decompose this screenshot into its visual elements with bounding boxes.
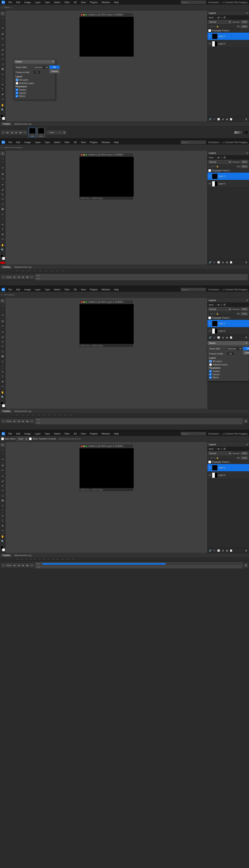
position-check-3[interactable] bbox=[209, 370, 212, 372]
tween-with-select-3[interactable]: Selection First Frame Last Frame bbox=[227, 347, 242, 350]
tool-move-1[interactable]: ↖ bbox=[0, 11, 5, 16]
timeline-layer-row-3-1[interactable]: Layer 1 bbox=[35, 418, 243, 421]
menu-type-3[interactable]: Type bbox=[44, 288, 51, 291]
menu-window-1[interactable]: Window bbox=[101, 1, 111, 4]
timeline-layer-row-2-1[interactable]: Layer 1 bbox=[35, 274, 248, 277]
filter-shape-icon-2[interactable]: ▭ bbox=[221, 156, 223, 159]
tool-eraser-3[interactable]: ◻ bbox=[0, 349, 5, 354]
opacity-input-3[interactable] bbox=[241, 308, 248, 311]
tool-eyedropper-1[interactable]: ✏ bbox=[0, 36, 5, 41]
tool-gradient-4[interactable]: ▦ bbox=[0, 498, 5, 503]
layer-item-1-4[interactable]: 👁 Layer 1 bbox=[208, 464, 249, 471]
adjustment-layer-btn-4[interactable]: ◑ bbox=[221, 549, 224, 553]
tl-menu-btn-3[interactable]: ≡ bbox=[1, 419, 5, 423]
tl-menu-btn-2[interactable]: ≡ bbox=[1, 275, 5, 279]
tool-clone-4[interactable]: ⎘ bbox=[0, 484, 5, 488]
menu-plugins-2[interactable]: Plugins bbox=[89, 141, 98, 144]
tool-colors-1[interactable] bbox=[0, 115, 5, 120]
tool-magic-wand-1[interactable]: ✦ bbox=[0, 26, 5, 30]
menu-file-3[interactable]: File bbox=[7, 288, 13, 291]
tween-ok-btn-1[interactable]: OK bbox=[49, 65, 60, 69]
frames-add-input-3[interactable] bbox=[227, 352, 234, 355]
tool-spot-heal-1[interactable]: ✦ bbox=[0, 42, 5, 47]
tool-text-3[interactable]: T bbox=[0, 374, 5, 379]
opacity-input-4[interactable] bbox=[241, 452, 248, 455]
tool-lasso-3[interactable]: ⌒ bbox=[0, 308, 5, 313]
tool-shape-4[interactable]: ▭ bbox=[0, 528, 5, 533]
tl-prev-btn-3[interactable]: ◀ bbox=[17, 419, 21, 423]
tool-crop-1[interactable]: ⊞ bbox=[0, 32, 5, 36]
menu-layer-2[interactable]: Layer bbox=[34, 141, 41, 144]
eye-icon-2-4[interactable]: 👁 bbox=[208, 474, 211, 477]
tool-crop-3[interactable]: ⊞ bbox=[0, 319, 5, 323]
tool-text-4[interactable]: T bbox=[0, 519, 5, 523]
new-layer-btn-1[interactable]: 📄 bbox=[229, 117, 233, 121]
opacity-check-1[interactable] bbox=[15, 92, 18, 94]
timeline-tab-timeline-4[interactable]: Timeline bbox=[1, 554, 11, 557]
lock-image-icon-4[interactable]: 🖌 bbox=[211, 457, 213, 459]
eye-icon-1-4[interactable]: 👁 bbox=[208, 466, 211, 469]
tool-dodge-3[interactable]: ○ bbox=[0, 364, 5, 368]
menu-layer-1[interactable]: Layer bbox=[34, 1, 41, 4]
lock-transparent-icon-1[interactable]: ⬚ bbox=[208, 26, 210, 28]
menu-filter-1[interactable]: Filter bbox=[64, 1, 70, 4]
tween-btn-1[interactable]: Tween bbox=[46, 130, 57, 134]
layer-item-2-4[interactable]: 👁 Layer 0 bbox=[208, 471, 249, 479]
menu-help-4[interactable]: Help bbox=[113, 432, 120, 435]
layer-mask-btn-3[interactable]: ⬜ bbox=[217, 336, 220, 339]
tool-eraser-2[interactable]: ◻ bbox=[0, 202, 5, 207]
adjustment-layer-btn-3[interactable]: ◑ bbox=[221, 336, 224, 339]
adjustment-layer-btn-1[interactable]: ◑ bbox=[221, 117, 224, 121]
swatch-3-1[interactable] bbox=[240, 131, 242, 134]
tween-cancel-btn-1[interactable]: Cancel bbox=[49, 69, 60, 73]
link-layers-btn-1[interactable]: 🔗 bbox=[208, 117, 212, 121]
timeline-tab-measurement-3[interactable]: Measurement Log bbox=[13, 410, 33, 413]
menu-filter-2[interactable]: Filter bbox=[64, 141, 70, 144]
menu-layer-4[interactable]: Layer bbox=[34, 432, 41, 435]
show-transform-check-4[interactable] bbox=[29, 437, 32, 440]
tool-history-1[interactable]: ↶ bbox=[0, 57, 5, 62]
tool-pen-2[interactable]: ✒ bbox=[0, 222, 5, 227]
tool-hand-3[interactable]: ✋ bbox=[0, 390, 5, 395]
tool-move-4[interactable]: ↖ bbox=[0, 443, 5, 447]
filter-smart-icon-4[interactable]: 🎬 bbox=[223, 448, 226, 450]
opacity-input-2[interactable] bbox=[241, 160, 248, 163]
tl-prev-btn-1[interactable]: ◀ bbox=[10, 130, 14, 134]
tool-colors-3[interactable] bbox=[0, 402, 5, 407]
search-input-2[interactable] bbox=[181, 141, 206, 144]
tool-path-select-3[interactable]: ◈ bbox=[0, 379, 5, 384]
blend-mode-select-3[interactable]: Normal bbox=[208, 307, 232, 311]
tool-magic-wand-4[interactable]: ✦ bbox=[0, 457, 5, 462]
menu-file-4[interactable]: File bbox=[7, 432, 13, 435]
tool-shape-3[interactable]: ▭ bbox=[0, 384, 5, 389]
tool-move-3[interactable]: ↖ bbox=[0, 299, 5, 303]
tween-close-1[interactable]: ✕ bbox=[52, 60, 54, 63]
dot-red-3[interactable] bbox=[81, 301, 82, 303]
menu-filter-4[interactable]: Filter bbox=[64, 432, 70, 435]
tool-shape-2[interactable]: ▭ bbox=[0, 237, 5, 241]
tool-blur-2[interactable]: △ bbox=[0, 211, 5, 216]
menu-image-1[interactable]: Image bbox=[24, 1, 32, 4]
eye-icon-2-1[interactable]: 👁 bbox=[208, 42, 211, 45]
group-layers-btn-3[interactable]: ▣ bbox=[225, 336, 229, 339]
tool-pen-4[interactable]: ✒ bbox=[0, 514, 5, 518]
tool-gradient-3[interactable]: ▦ bbox=[0, 354, 5, 359]
tool-path-select-1[interactable]: ◈ bbox=[0, 92, 5, 96]
tool-hand-4[interactable]: ✋ bbox=[0, 534, 5, 539]
auto-select-check-4[interactable] bbox=[1, 437, 4, 440]
tool-dodge-2[interactable]: ○ bbox=[0, 216, 5, 221]
layer-item-1-2[interactable]: 👁 Layer 1 bbox=[208, 173, 249, 180]
timeline-layer-row-4-2[interactable]: Layer 0 bbox=[35, 565, 243, 568]
delete-layer-btn-3[interactable]: 🗑 bbox=[244, 336, 248, 339]
tool-history-4[interactable]: ↶ bbox=[0, 489, 5, 493]
eye-icon-1-1[interactable]: 👁 bbox=[208, 35, 211, 38]
tool-zoom-1[interactable]: 🔍 bbox=[0, 107, 5, 112]
tool-eyedropper-2[interactable]: ✏ bbox=[0, 177, 5, 181]
menu-edit-4[interactable]: Edit bbox=[15, 432, 21, 435]
filter-shape-icon-4[interactable]: ▭ bbox=[221, 448, 223, 450]
filter-type-icon-4[interactable]: T bbox=[219, 448, 221, 450]
layer-mask-btn-4[interactable]: ⬜ bbox=[217, 549, 220, 553]
tl-next-btn-4[interactable]: ▶| bbox=[26, 563, 29, 567]
tool-clone-3[interactable]: ⎘ bbox=[0, 339, 5, 344]
lock-transparent-icon-3[interactable]: ⬚ bbox=[208, 313, 210, 315]
